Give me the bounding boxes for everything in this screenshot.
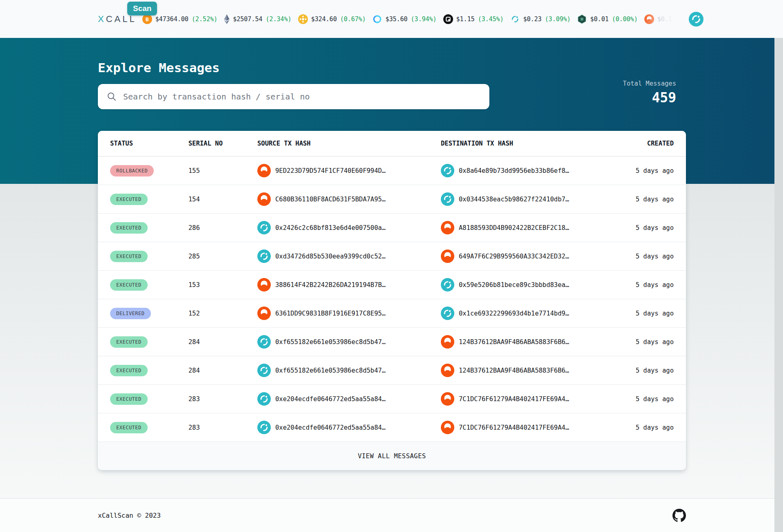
source-tx-hash[interactable]: 0xf655182e661e053986ec8d5b47… (275, 338, 386, 346)
status-badge: EXECUTED (110, 336, 148, 348)
created-time: 5 days ago (624, 395, 674, 403)
token-change: (2.52%) (192, 15, 217, 23)
destination-tx-hash[interactable]: 0x1ce69322299693d4b1e7714bd9… (459, 310, 569, 317)
svg-text:B: B (146, 16, 149, 22)
created-time: 5 days ago (624, 424, 674, 431)
serial-no: 286 (188, 224, 257, 232)
blue-wave-token-icon (372, 14, 382, 24)
page-footer: xCallScan © 2023 (0, 498, 783, 532)
destination-tx-hash[interactable]: 7C1DC76F61279A4B402417FE69A4… (459, 424, 569, 431)
table-row: EXECUTED2830xe204ecdfe0646772ed5aa55a84…… (98, 413, 686, 442)
bnb-icon (298, 14, 308, 24)
source-tx-hash[interactable]: 0xe204ecdfe0646772ed5aa55a84… (275, 424, 386, 431)
created-time: 5 days ago (624, 224, 674, 232)
token-change: (-1.54%) (679, 15, 689, 23)
destination-tx-hash[interactable]: 7C1DC76F61279A4B402417FE69A4… (459, 395, 569, 403)
havah-chain-icon (441, 421, 454, 434)
serial-no: 155 (188, 167, 257, 174)
column-created: CREATED (624, 140, 674, 147)
serial-no: 153 (188, 281, 257, 289)
icon-chain-icon (257, 221, 271, 234)
token-price: $47364.00 (155, 15, 188, 23)
destination-tx-hash[interactable]: 124B37612BAA9F4B6ABA5883F6B6… (459, 338, 569, 346)
source-tx-hash[interactable]: 0x2426c2c68bf813e6d4e007500a… (275, 224, 386, 232)
ticker-item-wave: $35.60(3.94%) (372, 14, 436, 24)
token-price: $1.15 (456, 15, 475, 23)
table-row: EXECUTED2850xd34726d85b530eea9399cd0c52…… (98, 242, 686, 271)
source-tx-hash[interactable]: 0xd34726d85b530eea9399cd0c52… (275, 253, 386, 260)
total-messages-value: 459 (623, 90, 676, 106)
token-change: (3.09%) (545, 15, 571, 23)
havah-chain-icon (441, 249, 454, 263)
token-change: (2.34%) (265, 15, 291, 23)
icon-chain-icon (441, 164, 454, 177)
serial-no: 284 (188, 338, 257, 346)
havah-chain-icon (441, 364, 454, 377)
status-badge: EXECUTED (110, 393, 148, 405)
navbar: XCALL Scan B$47364.00(2.52%)$2507.54(2.3… (0, 0, 783, 38)
btc-icon: B (142, 14, 152, 24)
token-change: (0.00%) (612, 15, 637, 23)
source-tx-hash[interactable]: C680B36110BF8ACD631F5BDA7A95… (275, 196, 386, 203)
token-price: $2507.54 (233, 15, 262, 23)
destination-tx-hash[interactable]: A8188593DD4B902422B2CEBF2C18… (459, 224, 569, 232)
havah-chain-icon (441, 392, 454, 406)
token-change: (0.67%) (340, 15, 366, 23)
serial-no: 285 (188, 253, 257, 260)
messages-table: STATUS SERIAL NO SOURCE TX HASH DESTINAT… (98, 131, 686, 470)
ticker-item-havah: $0.17(-1.54%) (644, 14, 689, 24)
icon-chain-icon (257, 335, 271, 349)
created-time: 5 days ago (624, 167, 674, 174)
ticker-item-btc: B$47364.00(2.52%) (142, 14, 218, 24)
havah-icon (644, 14, 654, 24)
destination-tx-hash[interactable]: 0x59e5206b81bece89c3bbbd83ea… (459, 281, 569, 289)
havah-chain-icon (441, 335, 454, 349)
icon-network-button[interactable] (689, 12, 703, 26)
github-icon (672, 509, 686, 522)
created-time: 5 days ago (624, 281, 674, 289)
source-tx-hash[interactable]: 0xe204ecdfe0646772ed5aa55a84… (275, 395, 386, 403)
icon-chain-icon (257, 392, 271, 406)
scrollbar-track[interactable] (774, 38, 783, 532)
destination-tx-hash[interactable]: 0x8a64e89b73dd9956eb33b86ef8… (459, 167, 569, 174)
eth-icon (224, 14, 230, 24)
created-time: 5 days ago (624, 253, 674, 260)
price-ticker: B$47364.00(2.52%)$2507.54(2.34%)$324.60(… (142, 0, 689, 38)
destination-tx-hash[interactable]: 0x0344538eac5b98627f22410db7… (459, 196, 569, 203)
table-row: EXECUTED2860x2426c2c68bf813e6d4e007500a…… (98, 214, 686, 242)
table-row: EXECUTED154C680B36110BF8ACD631F5BDA7A95…… (98, 185, 686, 214)
search-input[interactable] (122, 91, 484, 102)
destination-tx-hash[interactable]: 649A7F6C29B959560A33C342ED32… (459, 253, 569, 260)
table-row: EXECUTED2840xf655182e661e053986ec8d5b47…… (98, 356, 686, 385)
token-price: $324.60 (311, 15, 337, 23)
token-change: (3.45%) (478, 15, 504, 23)
page-title: Explore Messages (98, 60, 686, 75)
copyright: xCallScan © 2023 (98, 512, 161, 519)
status-badge: EXECUTED (110, 279, 148, 291)
status-badge: DELIVERED (110, 308, 151, 319)
havah-chain-icon (257, 278, 271, 291)
icon-chain-icon (441, 278, 454, 291)
serial-no: 152 (188, 310, 257, 317)
search-icon (107, 92, 117, 102)
source-tx-hash[interactable]: 6361DD9C9831B8F1916E917C8E95… (275, 310, 386, 317)
token-change: (3.94%) (411, 15, 436, 23)
source-tx-hash[interactable]: 388614F42B2242B26DA219194B7B… (275, 281, 386, 289)
token-price: $0.23 (523, 15, 542, 23)
status-badge: EXECUTED (110, 251, 148, 262)
icon-chain-icon (257, 421, 271, 434)
ticker-item-hextok: $0.01(0.00%) (577, 14, 637, 24)
source-tx-hash[interactable]: 9ED223D79D574F1CF740E60F994D… (275, 167, 386, 174)
github-link[interactable] (672, 509, 686, 522)
source-tx-hash[interactable]: 0xf655182e661e053986ec8d5b47… (275, 367, 386, 374)
view-all-messages-link[interactable]: VIEW ALL MESSAGES (98, 442, 686, 470)
table-row: EXECUTED2830xe204ecdfe0646772ed5aa55a84…… (98, 385, 686, 413)
destination-tx-hash[interactable]: 124B37612BAA9F4B6ABA5883F6B6… (459, 367, 569, 374)
scan-badge: Scan (127, 2, 157, 15)
brand-logo[interactable]: XCALL Scan (98, 14, 137, 24)
table-row: EXECUTED153388614F42B2242B26DA219194B7B…… (98, 271, 686, 299)
icon-chain-icon (257, 249, 271, 263)
status-badge: ROLLBACKED (110, 165, 154, 177)
status-badge: EXECUTED (110, 365, 148, 376)
created-time: 5 days ago (624, 338, 674, 346)
